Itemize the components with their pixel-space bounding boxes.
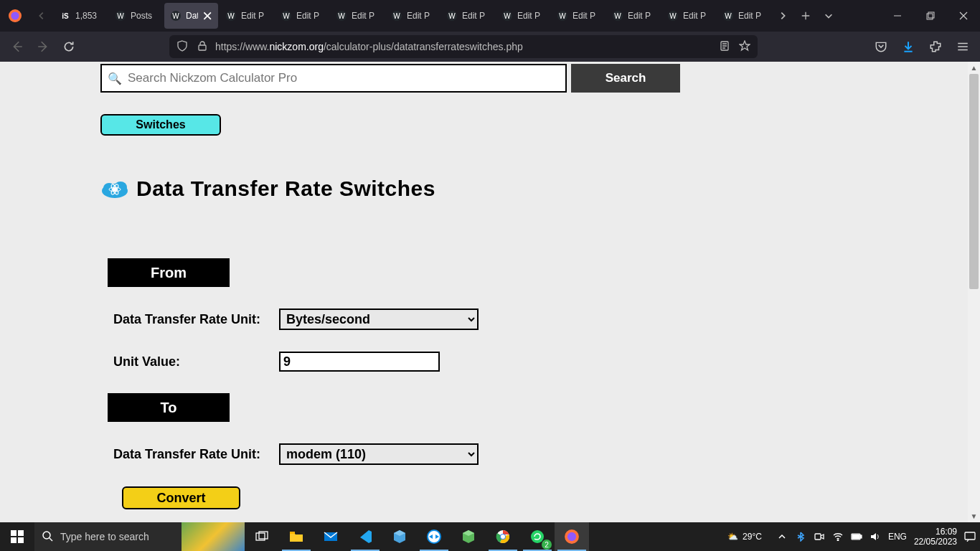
clock[interactable]: 16:09 22/05/2023 [914,527,957,547]
close-tab-icon[interactable] [202,10,212,22]
system-tray: ⛅ 29°C ENG 16:09 22/05/2023 [727,527,980,547]
tab-4[interactable]: WEdit P [275,3,329,29]
new-tab-button[interactable] [794,0,817,32]
tab-9[interactable]: WEdit P [551,3,605,29]
scroll-down-arrow-icon[interactable]: ▼ [968,510,980,522]
start-button[interactable] [0,522,34,551]
bluetooth-icon[interactable] [795,531,806,542]
volume-icon[interactable] [870,531,881,542]
clock-time: 16:09 [914,527,957,537]
scroll-up-arrow-icon[interactable]: ▲ [968,62,980,74]
svg-point-41 [43,532,50,539]
all-tabs-button[interactable] [817,0,840,32]
search-icon: 🔍 [108,72,122,85]
firefox-app[interactable] [555,522,589,551]
convert-button[interactable]: Convert [122,486,240,509]
tab-2-active[interactable]: WDat [164,3,218,29]
from-unit-select[interactable]: Bytes/second [279,309,479,330]
to-unit-select[interactable]: modem (110) [279,443,479,465]
page-title: Data Transfer Rate Switches [136,176,435,201]
switches-button[interactable]: Switches [100,114,221,136]
app-menu-icon[interactable] [951,35,974,58]
task-view-button[interactable] [245,522,279,551]
cloud-atom-icon [100,178,129,199]
svg-text:W: W [669,12,677,20]
tabs-scroll-right-button[interactable] [771,0,794,32]
unit-value-input[interactable] [279,352,440,372]
taskbar-news-widget[interactable] [182,522,245,551]
tray-overflow-icon[interactable] [776,531,788,542]
action-center-icon[interactable] [964,531,976,542]
taskbar-search[interactable]: Type here to search [34,522,182,551]
taskbar-search-placeholder: Type here to search [60,531,149,542]
language-indicator[interactable]: ENG [888,532,907,542]
meet-now-icon[interactable] [814,531,825,542]
wifi-icon[interactable] [832,531,844,542]
favicon-icon: W [557,10,568,22]
tab-10[interactable]: WEdit P [606,3,660,29]
svg-text:W: W [614,12,621,20]
to-unit-label: Data Transfer Rate Unit: [108,447,279,462]
browser-titlebar: iS1,853 WPosts WDat WEdit P WEdit P WEdi… [0,0,980,32]
favicon-icon: W [446,10,458,22]
bookmark-star-icon[interactable] [739,40,750,54]
page-viewport: 🔍 Search Switches Data Transfer Rate Swi… [0,62,980,522]
lock-icon[interactable] [197,40,208,54]
tab-7[interactable]: WEdit P [440,3,494,29]
shield-icon[interactable] [176,40,188,54]
svg-rect-54 [815,534,821,540]
forward-button[interactable] [32,35,55,58]
app-cube-1[interactable] [382,522,417,551]
svg-text:W: W [559,12,566,20]
maximize-button[interactable] [914,0,947,32]
tab-title: 1,853 [75,11,97,21]
scrollbar-thumb[interactable] [969,74,979,289]
weather-widget[interactable]: ⛅ 29°C [727,532,762,542]
weather-temp: 29°C [743,532,762,542]
tab-6[interactable]: WEdit P [385,3,439,29]
to-header: To [108,393,230,422]
vscode-app[interactable] [348,522,382,551]
favicon-icon: W [225,10,237,22]
tabs-scroll-left-button[interactable] [30,0,53,32]
battery-icon[interactable] [851,531,862,542]
tab-title: Edit P [517,11,540,21]
mail-app[interactable] [314,522,348,551]
tab-title: Edit P [462,11,485,21]
tab-3[interactable]: WEdit P [220,3,273,29]
tab-5[interactable]: WEdit P [330,3,384,29]
page-content: 🔍 Search Switches Data Transfer Rate Swi… [0,62,968,509]
tab-strip: iS1,853 WPosts WDat WEdit P WEdit P WEdi… [53,0,771,32]
file-explorer-app[interactable] [279,522,314,551]
browser-toolbar: https://www.nickzom.org/calculator-plus/… [0,32,980,62]
tab-8[interactable]: WEdit P [496,3,550,29]
svg-text:W: W [227,12,235,20]
scrollbar-track[interactable] [968,74,980,510]
tab-12[interactable]: WEdit P [717,3,771,29]
whatsapp-app[interactable]: 2 [520,522,555,551]
favicon-icon: W [612,10,623,22]
reload-button[interactable] [57,35,80,58]
site-search-button[interactable]: Search [571,64,680,93]
minimize-button[interactable] [881,0,914,32]
extensions-icon[interactable] [924,35,947,58]
tab-11[interactable]: WEdit P [661,3,715,29]
teamviewer-app[interactable] [417,522,451,551]
svg-rect-57 [860,535,862,538]
tab-1[interactable]: WPosts [109,3,163,29]
tab-0[interactable]: iS1,853 [54,3,108,29]
pocket-icon[interactable] [870,35,892,58]
reader-mode-icon[interactable] [719,40,730,54]
close-window-button[interactable] [947,0,980,32]
svg-rect-27 [928,12,934,18]
vertical-scrollbar[interactable]: ▲ ▼ [968,62,980,522]
svg-rect-40 [18,537,24,543]
tab-title: Edit P [683,11,706,21]
back-button[interactable] [6,35,29,58]
downloads-icon[interactable] [897,35,920,58]
url-bar[interactable]: https://www.nickzom.org/calculator-plus/… [169,35,758,58]
site-search-input[interactable] [128,71,560,85]
chrome-app[interactable] [486,522,520,551]
app-cube-2[interactable] [451,522,486,551]
svg-text:W: W [283,12,290,20]
